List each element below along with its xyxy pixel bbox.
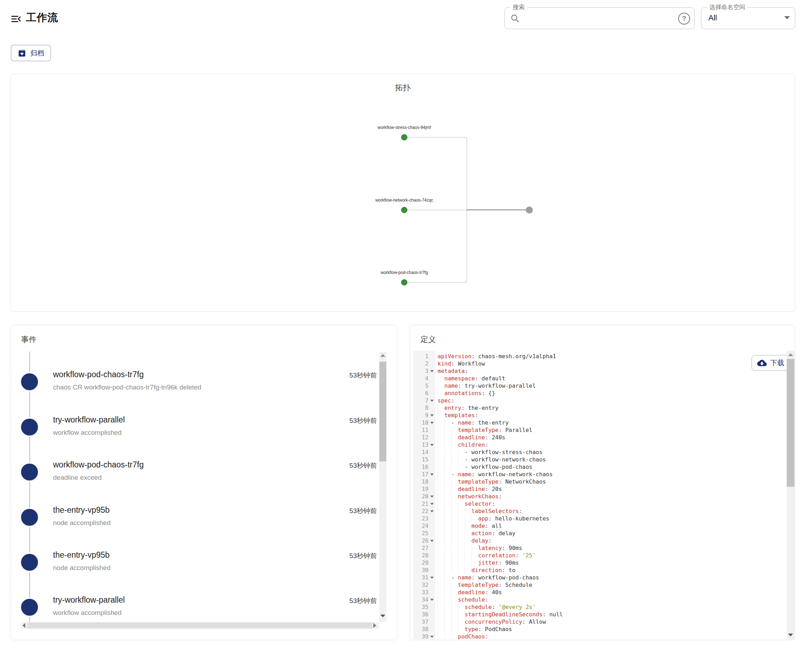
line-number: 6 xyxy=(414,389,429,397)
fold-toggle-icon[interactable] xyxy=(430,496,434,498)
archive-button-label: 归档 xyxy=(30,49,44,58)
code-text: - workflow-pod-chaos xyxy=(438,463,533,470)
code-text: children: xyxy=(438,441,488,449)
event-time: 53秒钟前 xyxy=(350,596,377,605)
event-name: the-entry-vp95b xyxy=(53,505,110,515)
namespace-select[interactable]: 选择命名空间 All xyxy=(701,8,795,29)
topology-node-label[interactable]: workflow-stress-chaos-94jmf xyxy=(334,125,475,130)
event-item: the-entry-vp95b53秒钟前node accomplished xyxy=(11,505,377,539)
topology-node-dot-succeed[interactable] xyxy=(401,134,408,140)
line-number: 34 xyxy=(414,596,429,603)
code-line: 6 annotations: {} xyxy=(414,389,795,397)
topology-node-dot-succeed[interactable] xyxy=(401,279,408,286)
code-text: podChaos: xyxy=(438,633,488,640)
code-vertical-scrollbar-thumb[interactable] xyxy=(787,359,794,487)
events-horizontal-scrollbar-thumb[interactable] xyxy=(27,622,372,629)
code-text: kind: Workflow xyxy=(438,360,485,367)
code-line: 35 schedule: '@every 2s' xyxy=(414,603,795,611)
code-text: - name: the-entry xyxy=(438,419,508,426)
code-text: deadline: 240s xyxy=(438,434,505,441)
yaml-editor[interactable]: 1apiVersion: chaos-mesh.org/v1alpha12kin… xyxy=(414,351,795,640)
code-text: name: try-workflow-parallel xyxy=(438,382,536,389)
line-number: 8 xyxy=(414,404,429,412)
scroll-down-icon[interactable] xyxy=(788,634,793,636)
line-number: 36 xyxy=(414,611,429,618)
fold-toggle-icon[interactable] xyxy=(430,577,434,579)
namespace-label: 选择命名空间 xyxy=(707,4,748,11)
line-number: 4 xyxy=(414,375,429,382)
fold-toggle-icon[interactable] xyxy=(430,414,434,417)
event-time: 53秒钟前 xyxy=(350,506,377,516)
code-line: 39 podChaos: xyxy=(414,633,795,640)
fold-toggle-icon[interactable] xyxy=(430,540,434,542)
help-icon[interactable]: ? xyxy=(678,13,690,24)
topology-sink-dot-pending[interactable] xyxy=(526,206,533,214)
event-status-dot xyxy=(21,599,38,615)
search-field[interactable]: 搜索 ? xyxy=(504,8,695,29)
fold-toggle-icon[interactable] xyxy=(430,503,434,505)
scroll-right-icon[interactable] xyxy=(373,623,376,628)
event-message: node accomplished xyxy=(53,519,111,527)
code-text: - name: workflow-network-chaos xyxy=(438,470,553,478)
fold-toggle-icon[interactable] xyxy=(430,422,434,424)
line-number: 24 xyxy=(414,522,429,530)
code-line: 7spec: xyxy=(414,397,795,404)
event-item: workflow-pod-chaos-tr7fg53秒钟前deadline ex… xyxy=(11,460,377,494)
line-number: 22 xyxy=(414,507,429,515)
code-line: 11 templateType: Parallel xyxy=(414,426,795,434)
topology-card: 拓扑 workflow-stress-chaos-94jmf workflow-… xyxy=(11,74,795,312)
event-status-dot xyxy=(21,464,38,480)
archive-icon xyxy=(18,49,26,58)
code-line: 9 templates: xyxy=(414,412,795,419)
fold-toggle-icon[interactable] xyxy=(430,370,434,372)
event-message: deadline exceed xyxy=(53,474,102,481)
topology-node-label[interactable]: workflow-pod-chaos-tr7fg xyxy=(334,270,475,275)
line-number: 16 xyxy=(414,463,429,470)
event-time: 53秒钟前 xyxy=(350,461,377,470)
fold-toggle-icon[interactable] xyxy=(430,599,434,601)
code-text: networkChaos: xyxy=(438,493,502,500)
scroll-down-icon[interactable] xyxy=(380,615,385,617)
code-line: 17 - name: workflow-network-chaos xyxy=(414,470,795,478)
line-number: 18 xyxy=(414,478,429,486)
code-line: 2kind: Workflow xyxy=(414,360,795,367)
code-text: metadata: xyxy=(438,367,468,375)
event-time: 53秒钟前 xyxy=(350,371,377,380)
line-number: 10 xyxy=(414,419,429,426)
line-number: 39 xyxy=(414,633,429,640)
events-card: 事件 workflow-pod-chaos-tr7fg53秒钟前chaos CR… xyxy=(11,325,397,640)
line-number: 3 xyxy=(414,367,429,375)
download-button[interactable]: 下载 xyxy=(752,355,790,371)
download-button-label: 下载 xyxy=(770,358,784,368)
event-name: workflow-pod-chaos-tr7fg xyxy=(53,460,143,470)
code-line: 29 jitter: 90ms xyxy=(414,559,795,567)
code-text: labelSelectors: xyxy=(438,507,522,515)
line-number: 37 xyxy=(414,618,429,626)
line-number: 13 xyxy=(414,441,429,449)
topology-node-dot-succeed[interactable] xyxy=(401,207,408,213)
search-input[interactable] xyxy=(524,11,663,27)
fold-toggle-icon[interactable] xyxy=(430,444,434,446)
topology-node-label[interactable]: workflow-network-chaos-74zqc xyxy=(334,198,475,203)
scroll-up-icon[interactable] xyxy=(380,354,385,357)
line-number: 9 xyxy=(414,412,429,419)
fold-toggle-icon[interactable] xyxy=(430,636,434,638)
code-line: 20 networkChaos: xyxy=(414,493,795,500)
events-vertical-scrollbar-thumb[interactable] xyxy=(379,362,386,461)
fold-toggle-icon[interactable] xyxy=(430,400,434,402)
fold-toggle-icon[interactable] xyxy=(430,510,434,512)
chevron-down-icon xyxy=(784,16,790,19)
code-text: apiVersion: chaos-mesh.org/v1alpha1 xyxy=(438,353,556,360)
fold-toggle-icon[interactable] xyxy=(430,473,434,475)
line-number: 12 xyxy=(414,434,429,441)
code-line: 28 correlation: '25' xyxy=(414,552,795,559)
event-time: 53秒钟前 xyxy=(350,551,377,560)
scroll-up-icon[interactable] xyxy=(788,353,793,356)
menu-open-icon[interactable] xyxy=(9,12,23,26)
code-line: 31 - name: workflow-pod-chaos xyxy=(414,574,795,581)
code-text: correlation: '25' xyxy=(438,552,536,559)
event-item: try-workflow-parallel53秒钟前workflow accom… xyxy=(11,415,377,449)
archive-button[interactable]: 归档 xyxy=(11,45,51,61)
scroll-left-icon[interactable] xyxy=(23,623,25,628)
code-line: 23 app: hello-kubernetes xyxy=(414,515,795,522)
